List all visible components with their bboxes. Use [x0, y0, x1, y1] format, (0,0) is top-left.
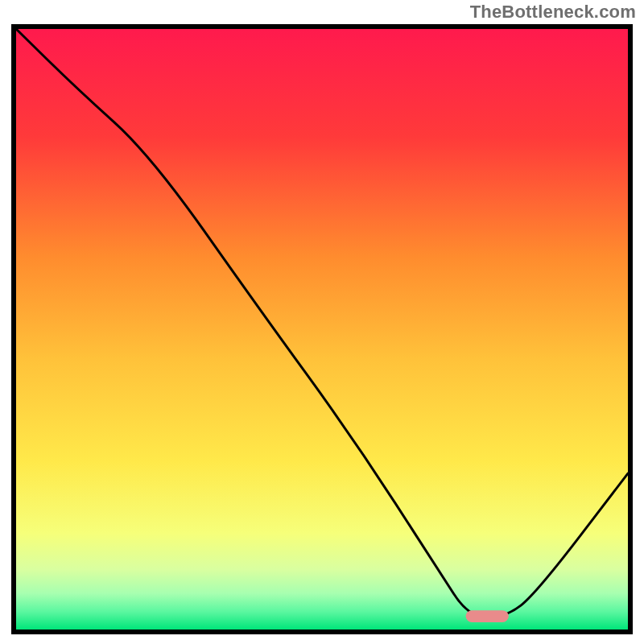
watermark-text: TheBottleneck.com: [470, 2, 636, 23]
optimal-zone-marker: [466, 610, 509, 622]
curve-layer: [16, 29, 628, 630]
plot-frame: [11, 24, 633, 634]
bottleneck-curve: [16, 29, 628, 617]
chart-canvas: TheBottleneck.com: [0, 0, 644, 644]
